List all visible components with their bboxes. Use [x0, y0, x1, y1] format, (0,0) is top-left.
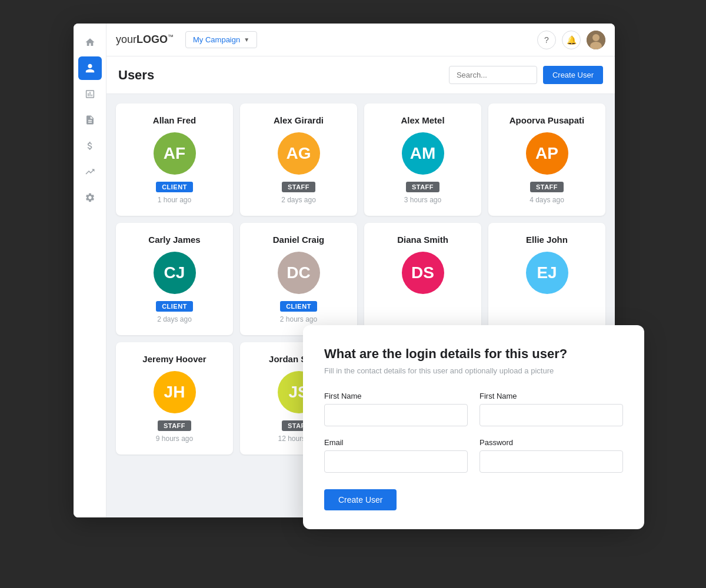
role-badge: STAFF [530, 182, 564, 192]
user-name: Ellie John [526, 235, 568, 245]
last-name-group: First Name [479, 392, 623, 426]
user-avatar: AM [402, 132, 444, 175]
modal-subtitle: Fill in the contact details for this use… [324, 366, 623, 375]
user-time: 1 hour ago [158, 196, 191, 204]
user-card[interactable]: Carly James CJ CLIENT 2 days ago [116, 223, 233, 335]
email-label: Email [324, 438, 468, 447]
user-avatar: EJ [526, 252, 568, 294]
password-group: Password [479, 438, 623, 473]
campaign-selector[interactable]: My Campaign ▼ [185, 31, 257, 48]
user-name: Alex Girardi [274, 115, 324, 125]
password-label: Password [479, 438, 623, 447]
role-badge: STAFF [406, 182, 439, 192]
user-time: 2 hours ago [280, 315, 317, 323]
notifications-button[interactable]: 🔔 [562, 31, 581, 49]
sidebar-item-home[interactable] [78, 31, 102, 54]
modal-title: What are the login details for this user… [324, 346, 623, 362]
user-name: Carly James [148, 235, 200, 245]
help-icon: ? [544, 35, 549, 45]
search-input[interactable] [449, 66, 537, 84]
email-group: Email [324, 438, 468, 473]
sidebar-item-activity[interactable] [78, 160, 102, 183]
modal-submit-button[interactable]: Create User [324, 489, 397, 510]
sidebar-item-reports[interactable] [78, 82, 102, 106]
page-title: Users [118, 68, 154, 83]
user-card[interactable]: Jeremy Hoover JH STAFF 9 hours ago [116, 342, 233, 455]
user-avatar: DC [278, 252, 320, 294]
role-badge: STAFF [158, 420, 191, 431]
user-time: 2 days ago [157, 315, 192, 323]
user-name: Diana Smith [397, 235, 448, 245]
first-name-group: First Name [324, 392, 468, 426]
user-avatar: AG [278, 132, 320, 175]
user-card[interactable]: Diana Smith DS [364, 223, 481, 335]
sidebar-item-users[interactable] [78, 56, 102, 80]
page-header: Users Create User [106, 56, 615, 94]
role-badge: CLIENT [156, 182, 193, 192]
user-name: Jeremy Hoover [142, 354, 206, 364]
user-name: Alex Metel [401, 115, 444, 125]
user-avatar: CJ [154, 252, 196, 294]
role-badge: STAFF [282, 182, 315, 192]
email-input[interactable] [324, 450, 468, 473]
user-name: Allan Fred [153, 115, 196, 125]
avatar-image [587, 31, 605, 49]
first-name-input[interactable] [324, 404, 468, 426]
user-time: 4 days ago [530, 196, 564, 204]
sidebar-item-documents[interactable] [78, 108, 102, 132]
user-avatar: DS [402, 252, 444, 294]
user-name: Daniel Craig [273, 235, 325, 245]
first-name-label: First Name [324, 392, 468, 400]
page-actions: Create User [449, 66, 603, 84]
logo: yourLOGO™ [116, 34, 174, 46]
chevron-down-icon: ▼ [244, 36, 249, 43]
sidebar-item-settings[interactable] [78, 186, 102, 209]
user-card[interactable]: Alex Metel AM STAFF 3 hours ago [364, 103, 481, 216]
sidebar [74, 24, 106, 517]
user-card[interactable]: Alex Girardi AG STAFF 2 days ago [240, 103, 357, 216]
user-card[interactable]: Daniel Craig DC CLIENT 2 hours ago [240, 223, 357, 335]
last-name-label: First Name [479, 392, 623, 400]
role-badge: CLIENT [280, 301, 317, 312]
password-input[interactable] [479, 450, 623, 473]
create-user-modal: What are the login details for this user… [303, 325, 644, 529]
user-avatar: JH [154, 371, 196, 413]
create-user-button[interactable]: Create User [543, 66, 603, 84]
topbar: yourLOGO™ My Campaign ▼ ? 🔔 [106, 24, 615, 56]
user-card[interactable]: Apoorva Pusapati AP STAFF 4 days ago [488, 103, 605, 216]
user-avatar: AF [154, 132, 196, 175]
bell-icon: 🔔 [567, 35, 577, 45]
user-time: 3 hours ago [404, 196, 441, 204]
user-name: Apoorva Pusapati [509, 115, 585, 125]
user-card[interactable]: Ellie John EJ [488, 223, 605, 335]
svg-point-1 [592, 34, 600, 41]
credentials-row: Email Password [324, 438, 623, 473]
user-avatar: AP [526, 132, 568, 175]
user-avatar[interactable] [587, 31, 605, 49]
topbar-right: ? 🔔 [537, 31, 605, 49]
role-badge: CLIENT [156, 301, 193, 312]
user-time: 9 hours ago [156, 435, 193, 443]
last-name-input[interactable] [479, 404, 623, 426]
help-button[interactable]: ? [537, 31, 556, 49]
user-time: 2 days ago [281, 196, 316, 204]
user-card[interactable]: Allan Fred AF CLIENT 1 hour ago [116, 103, 233, 216]
name-row: First Name First Name [324, 392, 623, 426]
sidebar-item-billing[interactable] [78, 134, 102, 158]
